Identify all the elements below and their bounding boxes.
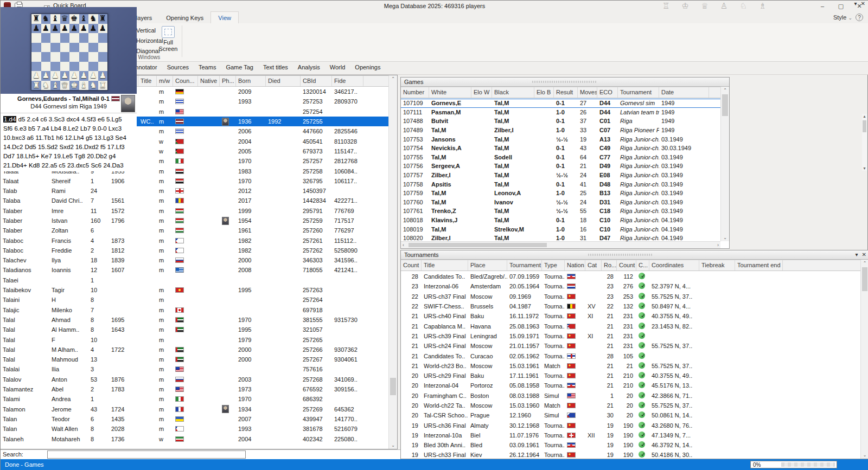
table-row[interactable]: 107760Tal,MIvanov½-½24D31Riga Junior-ch.…	[401, 198, 720, 207]
board-square[interactable]: ♚	[69, 14, 79, 24]
board-square[interactable]	[50, 52, 60, 62]
table-row[interactable]: 23Interzonal-06Amsterdam20.05.1964Tourna…	[401, 281, 860, 291]
pane-grip[interactable]	[588, 254, 653, 256]
table-row[interactable]: 22URS-ch37 FinalMoscow09.1969Tourna..232…	[401, 292, 860, 301]
minimize-button[interactable]: –	[813, 1, 832, 11]
board-square[interactable]: ♚	[69, 81, 79, 91]
board-square[interactable]	[50, 62, 60, 72]
search-input[interactable]	[47, 450, 246, 459]
table-row[interactable]: 108019Tal,MStrelkov,M1-016C10Riga Junior…	[401, 224, 720, 234]
table-row[interactable]: 107489Tal,MZilber,I1-033C07Riga Pioneer …	[401, 126, 720, 135]
scrollbar-thumb[interactable]	[390, 378, 396, 395]
column-header[interactable]: Elo W	[471, 87, 492, 98]
table-row[interactable]: TalabaDavid Chri..71561m2017144283442227…	[1, 196, 388, 205]
board-square[interactable]: ♟	[88, 71, 98, 81]
scroll-down-icon[interactable]: ⌄	[389, 443, 397, 448]
column-header[interactable]: Title	[422, 260, 468, 271]
pane-close-icon[interactable]: ✕	[862, 252, 866, 257]
scrollbar-thumb[interactable]	[409, 243, 547, 247]
board-square[interactable]	[88, 62, 98, 72]
table-row[interactable]: 107488ButvitTal,M0-137C01Riga1949	[401, 117, 720, 126]
scrollbar-thumb[interactable]	[722, 94, 728, 116]
table-row[interactable]: 107755Tal,MSodell0-164C77Riga Junior-ch.…	[401, 153, 720, 162]
scroll-up-icon[interactable]: ⌃	[389, 76, 397, 81]
board-square[interactable]: ♝	[79, 14, 89, 24]
db-tab-text-titles[interactable]: Text titles	[258, 62, 293, 72]
table-row[interactable]: 108018Klavins,JTal,M0-118C10Riga Junior-…	[401, 216, 720, 225]
column-header[interactable]: Tiebreak	[699, 260, 735, 271]
table-row[interactable]: 21URS-ch40 FinalBaku16.11.1972Tourna..XI…	[401, 311, 860, 321]
board-square[interactable]: ♞	[88, 14, 98, 24]
board-square[interactable]	[88, 43, 98, 53]
column-header[interactable]: Nation	[565, 260, 585, 271]
board-square[interactable]	[31, 33, 41, 43]
board-square[interactable]	[88, 33, 98, 43]
games-vertical-scrollbar[interactable]: ⌃ ⌄	[720, 87, 729, 241]
table-row[interactable]: TalamiAndrea1m1970686392	[1, 394, 388, 404]
db-tab-game-tag[interactable]: Game Tag	[221, 62, 258, 72]
board-square[interactable]	[79, 33, 89, 43]
column-header[interactable]: Tournament ...	[507, 260, 542, 271]
column-header[interactable]: Type	[542, 260, 565, 271]
table-row[interactable]: 20Framingham C..Boston08.03.1988Simul120…	[401, 391, 860, 401]
table-row[interactable]: TalamonJerome431724m1934257269645362	[1, 404, 388, 414]
move-list[interactable]: d5 2.c4 c6 3.Sc3 dxc4 4.Sf3 e6 5.Lg5 Sf6…	[3, 116, 126, 171]
column-header[interactable]: Black	[492, 87, 534, 98]
tournaments-pane-title[interactable]: Tournaments ▾✕	[401, 250, 868, 260]
column-header[interactable]: Ph...	[220, 76, 236, 86]
board-square[interactable]	[31, 43, 41, 53]
full-screen-button[interactable]: Full Screen	[157, 26, 180, 52]
board-square[interactable]	[98, 62, 108, 72]
board-square[interactable]: ♟	[60, 71, 70, 81]
board-square[interactable]: ♜	[31, 14, 41, 24]
table-row[interactable]: 107757Zilber,ITal,M½-½24E08Riga Junior-c…	[401, 171, 720, 180]
table-row[interactable]: TalabocFreddie21812m19822572625258090	[1, 246, 388, 255]
scroll-down-icon[interactable]: ⌄	[721, 235, 729, 240]
column-header[interactable]: Title	[138, 76, 157, 86]
table-row[interactable]: TalanTeodor61435m2007439947141770..	[1, 414, 388, 424]
table-row[interactable]: 107761Trenko,ZTal,M½-½55C18Riga Junior-c…	[401, 207, 720, 216]
board-square[interactable]	[41, 43, 51, 53]
board-square[interactable]	[50, 33, 60, 43]
board-square[interactable]	[50, 43, 60, 53]
column-header[interactable]: Count	[401, 260, 422, 271]
board-square[interactable]: ♞	[41, 81, 51, 91]
table-row[interactable]: 20URS-ch29 FinalBaku17.11.1961Tourna..21…	[401, 371, 860, 381]
board-square[interactable]	[60, 62, 70, 72]
scroll-down-icon[interactable]: ⌄	[861, 453, 868, 458]
board-square[interactable]: ♟	[79, 24, 89, 34]
table-row[interactable]: TalalMahmoud13m20002572679304061	[1, 355, 388, 364]
ribbon-tab-opening-keys[interactable]: Opening Keys	[159, 12, 210, 24]
table-row[interactable]: TalalAl Hamm..81643m1995321057	[1, 325, 388, 334]
board-square[interactable]: ♜	[98, 14, 108, 24]
table-row[interactable]: 107759Tal,MLeonov,A1-025B13Riga Junior-c…	[401, 189, 720, 198]
chess-board[interactable]: ♜♞♝♛♚♝♞♜♟♟♟♟♟♟♟♟♟♟♟♟♟♟♟♟♜♞♝♛♚♝♞♜	[31, 14, 108, 91]
column-header[interactable]: Died	[266, 76, 301, 86]
column-header[interactable]: Place	[468, 260, 507, 271]
column-header[interactable]: C...	[636, 260, 649, 271]
board-square[interactable]: ♜	[31, 81, 41, 91]
column-header[interactable]: Ro...	[602, 260, 617, 271]
table-row[interactable]: 107756Sergeev,ATal,M0-121D49Riga Junior-…	[401, 162, 720, 171]
column-header[interactable]: Number	[401, 87, 429, 98]
table-row[interactable]: TalalF10m1979257265	[1, 334, 388, 344]
column-header[interactable]: ECO	[597, 87, 618, 98]
tournaments-vertical-scrollbar[interactable]: ⌃ ⌄	[860, 260, 868, 459]
table-row[interactable]: TalalAhmad81695m19703815559315730	[1, 315, 388, 325]
board-square[interactable]	[69, 52, 79, 62]
column-header[interactable]: Elo B	[534, 87, 554, 98]
pane-menu-icon[interactable]: ▾	[854, 1, 857, 7]
column-header[interactable]: CBId	[301, 76, 332, 86]
scrollbar-thumb[interactable]	[863, 120, 866, 132]
table-row[interactable]: 108020Zilber,ITal,M1-031D47Riga Junior-c…	[401, 234, 720, 241]
table-row[interactable]: 22SWIFT-Chess..Brussels04.1987Tourna..XV…	[401, 301, 860, 311]
board-square[interactable]: ♟	[98, 71, 108, 81]
board-square[interactable]: ♟	[88, 24, 98, 34]
table-row[interactable]: TalaberZoltan6m1961257260776297	[1, 226, 388, 235]
table-row[interactable]: 19URS-ch33 FinalKiev26.12.1964Tourna..19…	[401, 450, 860, 459]
games-pane-title[interactable]: Games	[401, 78, 729, 87]
board-square[interactable]: ♟	[98, 24, 108, 34]
board-square[interactable]: ♟	[60, 24, 70, 34]
table-row[interactable]: 28Candidates To..Bled/Zagreb/..07.09.195…	[401, 272, 860, 281]
players-vertical-scrollbar[interactable]: ⌃ ⌄	[388, 75, 397, 449]
